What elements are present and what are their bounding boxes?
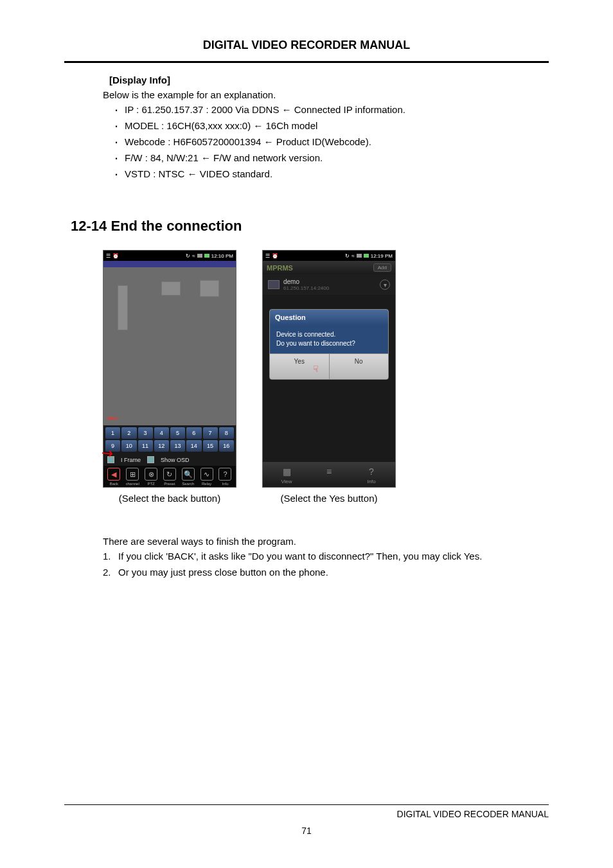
showosd-checkbox[interactable] [147,456,154,463]
screenshot-disconnect-dialog: ☰ ⏰ ↻ ≈ 12:19 PM MPRMS Add [262,250,396,488]
screenshot-live-view: ☰ ⏰ ↻ ≈ 12:10 PM [103,250,236,488]
channel-button[interactable]: 5 [170,427,185,439]
title-strip [103,261,236,267]
channel-button[interactable]: 10 [121,440,136,452]
channel-button[interactable]: 9 [105,440,120,452]
device-icon [268,280,280,289]
status-time: 12:19 PM [371,253,393,259]
battery-icon [204,254,209,258]
preset-icon: ↻ [163,468,176,481]
dialog-line: Device is connected. [276,330,382,339]
list-tab[interactable]: ≡ [316,465,342,484]
ptz-button[interactable]: ⊗ PTZ [143,468,159,486]
options-row: I Frame Show OSD [103,454,236,466]
view-tab[interactable]: ▦ View [274,465,299,484]
sync-icon: ↻ [345,253,350,259]
wifi-icon: ≈ [351,253,354,259]
list-item: Webcode : H6F6057200001394 ← Product ID(… [114,136,549,147]
toolbar-label: Preset [164,482,175,486]
toolbar-label: PTZ [147,482,154,486]
status-time: 12:10 PM [211,253,233,259]
search-button[interactable]: 🔍 Search [180,468,197,486]
relay-icon: ∿ [200,468,213,481]
channel-button[interactable]: 7 [203,427,218,439]
toolbar-label: Relay [202,482,211,486]
showosd-label: Show OSD [161,457,190,463]
toolbar-label: Info [222,482,228,486]
channel-button[interactable]: 2 [121,427,136,439]
list-item: IP : 61.250.157.37 : 2000 Via DDNS ← Con… [114,104,549,115]
display-info-intro: Below is the example for an explanation. [103,89,549,100]
iframe-checkbox[interactable] [107,456,114,463]
alarm-icon: ⏰ [272,253,278,259]
page-header-title: DIGITAL VIDEO RECORDER MANUAL [64,39,549,52]
channel-grid: 1 2 3 4 5 6 7 8 9 10 11 12 13 14 [103,425,236,454]
channel-button[interactable]: 8 [219,427,234,439]
back-button[interactable]: ◀ Back [105,468,122,486]
app-title: MPRMS [267,264,293,272]
channel-button[interactable]: 1 [105,427,120,439]
bottom-tabs: ▦ View ≡ ? Info [263,462,395,487]
channel-button-tb[interactable]: ⊞ channel [124,468,141,486]
channel-button[interactable]: 6 [186,427,201,439]
alarm-icon: ⏰ [112,253,119,259]
channel-button[interactable]: 13 [170,440,185,452]
bottom-toolbar: ◀ Back ⊞ channel ⊗ PTZ ↻ [103,466,236,487]
finish-list: If you click 'BACK', it asks like "Do yo… [103,551,549,578]
toolbar-label: channel [126,482,139,486]
device-list-item[interactable]: demo 61.250.157.14:2400 ▾ [263,274,395,295]
section-heading: 12-14 End the connection [71,218,549,235]
device-name: demo [283,278,376,285]
signal-icon [357,254,362,258]
ptz-icon: ⊗ [145,468,157,481]
menu-icon: ☰ [265,253,270,259]
list-item: If you click 'BACK', it asks like "Do yo… [103,551,549,562]
add-button[interactable]: Add [373,263,391,272]
back-icon: ◀ [107,468,120,481]
disconnect-dialog: Question Device is connected. Do you wan… [269,309,389,380]
app-title-bar: MPRMS Add [263,261,395,274]
relay-button[interactable]: ∿ Relay [199,468,215,486]
display-info-heading: [Display Info] [103,75,549,85]
list-item: VSTD : NTSC ← VIDEO standard. [114,168,549,179]
hand-pointer-icon: ☟ [290,364,342,374]
channel-button[interactable]: 4 [154,427,169,439]
footer-text: DIGITAL VIDEO RECODER MANUAL [64,809,549,819]
screenshot-b-caption: (Select the Yes button) [262,493,396,504]
info-icon: ? [364,465,378,479]
finish-intro: There are several ways to finish the pro… [103,536,549,547]
menu-icon: ☰ [106,253,111,259]
list-item: F/W : 84, N/W:21 ← F/W and network versi… [114,152,549,163]
video-area: REC [103,267,236,425]
tab-label: View [281,479,292,484]
display-info-list: IP : 61.250.157.37 : 2000 Via DDNS ← Con… [103,104,549,179]
view-icon: ▦ [280,465,294,479]
header-rule [64,61,549,63]
channel-button[interactable]: 14 [186,440,201,452]
list-icon: ≡ [322,465,336,479]
chevron-down-icon[interactable]: ▾ [380,279,390,290]
list-item: MODEL : 16CH(63,xxx xxx:0) ← 16Ch model [114,120,549,131]
battery-icon [364,254,369,258]
status-bar: ☰ ⏰ ↻ ≈ 12:10 PM [103,251,236,261]
channel-button[interactable]: 15 [203,440,218,452]
dialog-title: Question [270,310,388,325]
channel-button[interactable]: 11 [138,440,153,452]
yes-button[interactable]: Yes ☟ [270,353,329,379]
footer-rule [64,804,549,805]
channel-button[interactable]: 16 [219,440,234,452]
channel-button[interactable]: 3 [138,427,153,439]
device-ip: 61.250.157.14:2400 [283,285,376,291]
channel-button[interactable]: 12 [154,440,169,452]
list-item: Or you may just press close button on th… [103,567,549,578]
preset-button[interactable]: ↻ Preset [161,468,178,486]
toolbar-label: Back [110,482,118,486]
dialog-line: Do you want to disconnect? [276,339,382,348]
info-tab[interactable]: ? Info [359,465,384,484]
info-button[interactable]: ? Info [217,468,233,486]
page-number: 71 [64,826,549,836]
toolbar-label: Search [182,482,194,486]
status-bar: ☰ ⏰ ↻ ≈ 12:19 PM [263,251,395,261]
search-icon: 🔍 [182,468,195,481]
signal-icon [197,254,202,258]
